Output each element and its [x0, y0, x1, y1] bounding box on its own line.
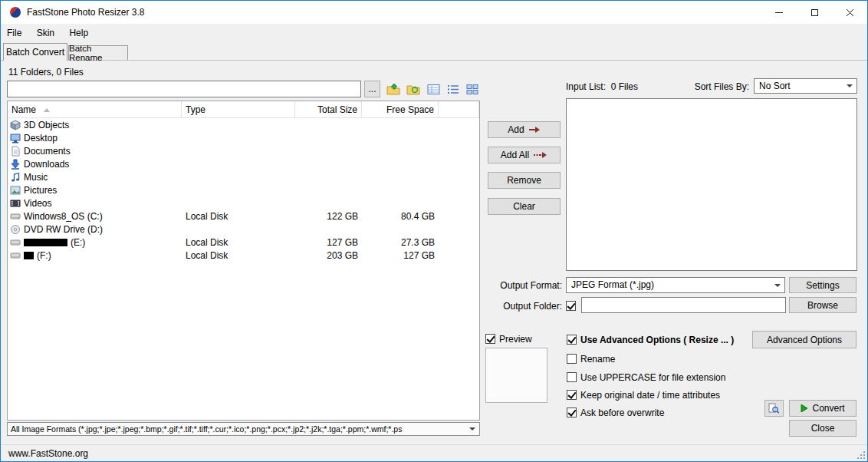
- table-row-desktop[interactable]: Desktop: [8, 131, 479, 144]
- table-row-music[interactable]: Music: [8, 170, 479, 183]
- title-bar: FastStone Photo Resizer 3.8: [1, 1, 867, 24]
- resize-grip-icon[interactable]: [856, 450, 866, 460]
- input-file-listbox[interactable]: [566, 98, 857, 271]
- column-header-free-space[interactable]: Free Space: [362, 101, 439, 117]
- add-all-button[interactable]: Add All: [488, 147, 561, 163]
- chevron-down-icon: [469, 427, 475, 431]
- maximize-button[interactable]: [797, 1, 832, 24]
- checkbox-icon: [567, 390, 577, 400]
- minimize-icon: [775, 12, 783, 13]
- rename-checkbox[interactable]: Rename: [567, 353, 615, 365]
- browse-path-button[interactable]: ...: [364, 81, 380, 97]
- tab-batch-rename[interactable]: Batch Rename: [68, 45, 128, 60]
- checkbox-icon: [567, 372, 577, 382]
- magnifier-document-icon: [768, 403, 780, 414]
- documents-icon: [10, 146, 21, 157]
- uppercase-extension-checkbox[interactable]: Use UPPERCASE for file extension: [567, 371, 725, 383]
- hard-drive-icon: [10, 237, 21, 248]
- table-row-pictures[interactable]: Pictures: [8, 183, 479, 196]
- tab-divider: [1, 60, 867, 61]
- checkbox-icon: [485, 334, 495, 344]
- input-list-label: Input List: 0 Files: [566, 81, 638, 92]
- checkbox-icon: [567, 408, 577, 417]
- table-row-drive-e[interactable]: (E:) Local Disk 127 GB 27.3 GB: [8, 236, 479, 249]
- videos-icon: [10, 198, 21, 209]
- convert-button[interactable]: Convert: [789, 400, 856, 417]
- folder-refresh-button[interactable]: [405, 81, 422, 97]
- thumbnails-view-icon: [466, 84, 478, 95]
- use-advanced-options-checkbox[interactable]: Use Advanced Options ( Resize ... ): [567, 334, 734, 345]
- close-dialog-button[interactable]: Close: [789, 420, 856, 437]
- table-row-drive-d[interactable]: DVD RW Drive (D:): [8, 223, 479, 236]
- list-view-icon: [447, 84, 459, 95]
- list-view-button[interactable]: [445, 81, 462, 97]
- close-button[interactable]: [832, 1, 867, 24]
- preview-conversion-button[interactable]: [764, 400, 784, 417]
- app-window: FastStone Photo Resizer 3.8 File Skin He…: [0, 0, 868, 462]
- table-row-downloads[interactable]: Downloads: [8, 157, 479, 170]
- remove-button[interactable]: Remove: [488, 172, 561, 189]
- preview-checkbox[interactable]: Preview: [485, 333, 532, 345]
- menu-skin[interactable]: Skin: [31, 24, 61, 41]
- play-icon: [801, 404, 808, 412]
- desktop-icon: [10, 133, 21, 144]
- arrow-right-icon: [528, 126, 541, 134]
- close-icon: [846, 8, 854, 17]
- downloads-icon: [10, 159, 21, 170]
- clear-button[interactable]: Clear: [488, 198, 561, 215]
- chevron-down-icon: [774, 284, 781, 287]
- thumbnails-view-button[interactable]: [464, 81, 481, 97]
- output-folder-label: Output Folder:: [462, 301, 562, 312]
- faststone-link[interactable]: www.FastStone.org: [8, 448, 88, 459]
- folder-up-button[interactable]: [385, 81, 402, 97]
- window-title: FastStone Photo Resizer 3.8: [27, 7, 144, 18]
- 3d-objects-icon: [10, 120, 21, 130]
- folder-summary: 11 Folders, 0 Files: [8, 67, 84, 78]
- redacted-label: [24, 252, 34, 259]
- column-header-name[interactable]: Name: [8, 101, 182, 117]
- output-folder-checkbox[interactable]: [566, 300, 576, 312]
- maximize-icon: [811, 9, 818, 16]
- hard-drive-icon: [10, 211, 21, 222]
- tab-batch-convert[interactable]: Batch Convert: [3, 43, 67, 61]
- column-header-type[interactable]: Type: [182, 101, 295, 117]
- sort-ascending-icon: [44, 108, 50, 112]
- redacted-label: [24, 239, 67, 246]
- menu-file[interactable]: File: [1, 24, 28, 41]
- keep-date-checkbox[interactable]: Keep original date / time attributes: [567, 389, 720, 401]
- folder-refresh-icon: [406, 83, 420, 95]
- browse-button[interactable]: Browse: [789, 297, 856, 313]
- folder-up-icon: [386, 83, 400, 95]
- path-input[interactable]: [7, 81, 361, 97]
- file-type-filter-combo[interactable]: All Image Formats (*.jpg;*.jpe;*.jpeg;*.…: [7, 422, 480, 436]
- advanced-options-button[interactable]: Advanced Options: [752, 331, 856, 348]
- settings-button[interactable]: Settings: [789, 277, 856, 293]
- output-format-label: Output Format:: [462, 280, 562, 291]
- table-row-drive-f[interactable]: (F:) Local Disk 203 GB 127 GB: [8, 249, 479, 262]
- table-row-drive-c[interactable]: Windows8_OS (C:) Local Disk 122 GB 80.4 …: [8, 210, 479, 223]
- menu-bar: File Skin Help: [1, 24, 867, 42]
- checkbox-icon: [567, 335, 577, 345]
- chevron-down-icon: [847, 84, 853, 87]
- music-icon: [10, 172, 21, 183]
- preview-pane: [485, 348, 547, 403]
- sort-files-combo[interactable]: No Sort: [754, 78, 857, 94]
- output-format-combo[interactable]: JPEG Format (*.jpg): [566, 277, 785, 293]
- details-view-button[interactable]: [425, 81, 442, 97]
- menu-help[interactable]: Help: [63, 24, 94, 41]
- table-row-videos[interactable]: Videos: [8, 196, 479, 210]
- checkbox-icon: [566, 301, 576, 311]
- ask-before-overwrite-checkbox[interactable]: Ask before overwrite: [567, 407, 664, 418]
- folder-browser-table: Name Type Total Size Free Space 3D Objec…: [7, 101, 480, 421]
- minimize-button[interactable]: [761, 1, 797, 24]
- app-logo-icon: [10, 7, 21, 18]
- column-header-total-size[interactable]: Total Size: [295, 101, 362, 117]
- dvd-drive-icon: [10, 224, 21, 235]
- output-folder-input[interactable]: [581, 297, 786, 313]
- sort-files-by-label: Sort Files By:: [660, 81, 749, 92]
- add-button[interactable]: Add: [488, 121, 561, 138]
- table-row-3d-objects[interactable]: 3D Objects: [8, 118, 479, 131]
- checkbox-icon: [567, 354, 577, 364]
- table-row-documents[interactable]: Documents: [8, 144, 479, 157]
- pictures-icon: [10, 185, 21, 196]
